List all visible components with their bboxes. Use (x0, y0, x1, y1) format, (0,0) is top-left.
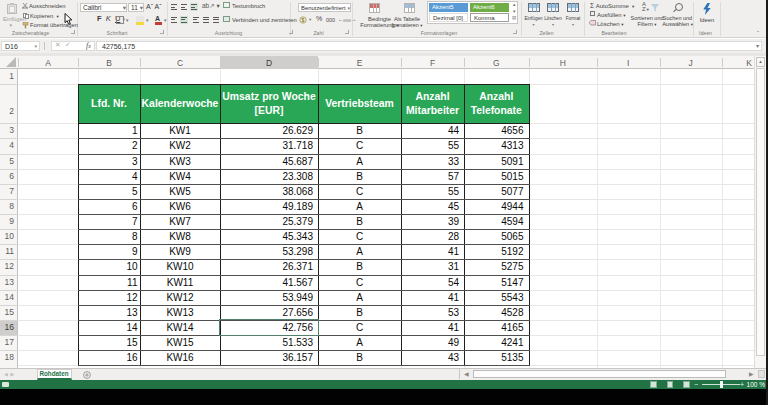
svg-text:$: $ (302, 17, 305, 23)
